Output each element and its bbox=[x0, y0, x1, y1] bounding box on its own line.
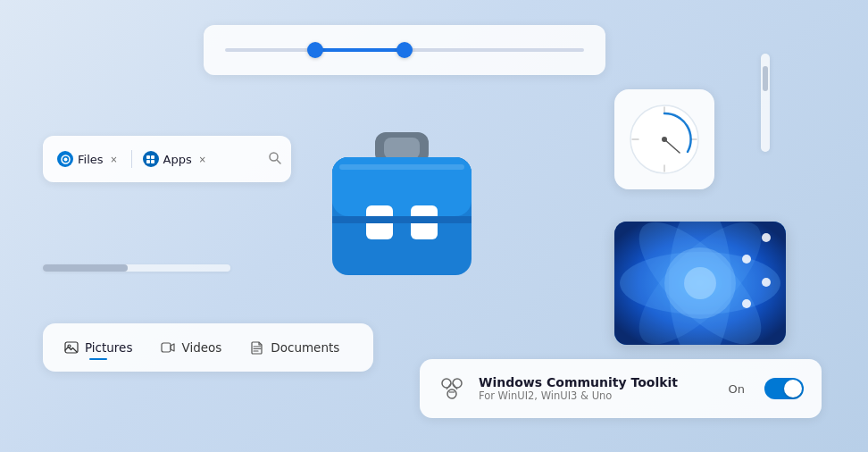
svg-rect-4 bbox=[146, 160, 150, 163]
toolkit-info: Windows Community Toolkit For WinUI2, Wi… bbox=[479, 375, 716, 402]
apps-chip-icon bbox=[143, 151, 159, 167]
documents-icon bbox=[250, 340, 264, 355]
tab-documents-label: Documents bbox=[271, 340, 339, 355]
vertical-slider-thumb[interactable] bbox=[763, 66, 768, 91]
tabs-navigation-widget: Pictures Videos Documents bbox=[43, 323, 373, 372]
tab-filter-widget: Files × Apps × bbox=[43, 136, 291, 182]
svg-point-41 bbox=[762, 278, 771, 287]
svg-rect-2 bbox=[146, 155, 150, 159]
tab-pictures[interactable]: Pictures bbox=[50, 333, 146, 362]
tab-chip-apps[interactable]: Apps × bbox=[138, 147, 214, 171]
apps-label: Apps bbox=[163, 153, 192, 166]
tab-chip-files[interactable]: Files × bbox=[52, 147, 126, 171]
apps-close-icon[interactable]: × bbox=[196, 153, 209, 165]
search-icon[interactable] bbox=[268, 151, 282, 168]
slider-thumb-right[interactable] bbox=[396, 42, 413, 58]
svg-rect-3 bbox=[151, 155, 154, 159]
tab-videos[interactable]: Videos bbox=[146, 333, 236, 362]
svg-point-1 bbox=[63, 157, 67, 161]
svg-point-38 bbox=[684, 267, 716, 299]
toolkit-subtitle: For WinUI2, WinUI3 & Uno bbox=[479, 389, 716, 402]
wallpaper-widget bbox=[614, 222, 786, 345]
slider-thumb-left[interactable] bbox=[307, 42, 323, 58]
svg-rect-5 bbox=[151, 160, 154, 163]
briefcase-icon bbox=[304, 107, 500, 304]
toggle-switch[interactable] bbox=[764, 378, 804, 399]
tab-documents[interactable]: Documents bbox=[236, 333, 354, 362]
svg-point-39 bbox=[762, 233, 771, 242]
svg-line-7 bbox=[278, 160, 281, 163]
svg-rect-15 bbox=[384, 138, 420, 159]
toolkit-title: Windows Community Toolkit bbox=[479, 375, 716, 389]
clock-widget bbox=[614, 89, 714, 189]
svg-rect-23 bbox=[332, 216, 472, 223]
svg-point-6 bbox=[270, 153, 278, 161]
files-chip-icon bbox=[57, 151, 73, 167]
pictures-icon bbox=[64, 340, 79, 355]
svg-point-42 bbox=[742, 299, 751, 308]
svg-rect-24 bbox=[339, 164, 464, 170]
tab-videos-label: Videos bbox=[181, 340, 221, 355]
toolkit-toggle-widget: Windows Community Toolkit For WinUI2, Wi… bbox=[420, 359, 822, 418]
videos-icon bbox=[161, 340, 175, 355]
range-slider-widget[interactable] bbox=[204, 25, 605, 75]
svg-point-40 bbox=[742, 255, 751, 264]
progress-fill bbox=[43, 264, 128, 272]
toggle-knob bbox=[784, 380, 802, 398]
vertical-slider[interactable] bbox=[761, 54, 770, 152]
svg-point-44 bbox=[453, 379, 462, 388]
files-close-icon[interactable]: × bbox=[108, 153, 121, 165]
progress-bar-widget bbox=[43, 264, 230, 272]
toggle-on-label: On bbox=[729, 382, 745, 396]
svg-point-43 bbox=[442, 379, 451, 388]
files-label: Files bbox=[78, 153, 104, 166]
svg-point-31 bbox=[662, 137, 667, 142]
tab-filter-divider bbox=[131, 150, 132, 168]
slider-fill bbox=[315, 48, 405, 52]
tab-pictures-label: Pictures bbox=[85, 340, 132, 355]
svg-rect-10 bbox=[162, 343, 171, 352]
slider-track bbox=[225, 48, 584, 52]
toolkit-icon bbox=[438, 374, 466, 403]
svg-point-45 bbox=[447, 389, 456, 398]
